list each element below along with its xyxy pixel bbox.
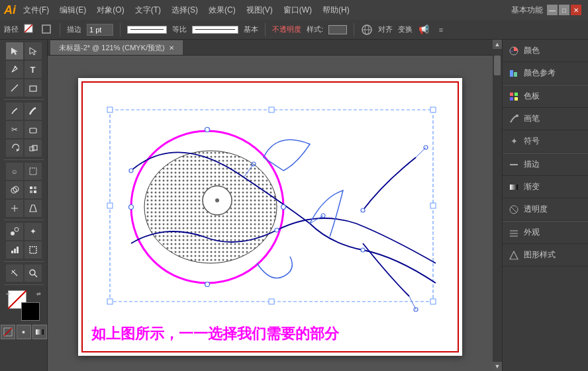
panel-gradient[interactable]: 渐变 [503, 176, 588, 198]
free-transform-btn[interactable] [24, 163, 42, 180]
svg-rect-47 [430, 299, 436, 304]
shape-tool-btn[interactable] [24, 79, 42, 97]
panel-color[interactable]: 颜色 [503, 40, 588, 62]
panel-symbols[interactable]: ✦ 符号 [503, 130, 588, 153]
svg-rect-72 [510, 93, 513, 96]
svg-rect-46 [269, 299, 274, 304]
mesh-tool-btn[interactable] [6, 200, 23, 217]
svg-rect-41 [269, 107, 274, 112]
eraser-tool-btn[interactable] [24, 121, 42, 138]
right-panel: 颜色 颜色参考 色板 画笔 ✦ 符号 [502, 40, 588, 371]
svg-line-31 [12, 270, 17, 276]
reset-colors-icon[interactable]: ↩ [6, 291, 11, 297]
menu-file[interactable]: 文件(F) [19, 3, 54, 17]
scroll-track[interactable] [493, 49, 502, 362]
svg-rect-73 [514, 93, 518, 96]
svg-point-67 [205, 282, 210, 286]
tab-close-btn[interactable]: ✕ [169, 44, 174, 52]
gradient-panel-label: 渐变 [524, 181, 540, 192]
zoom-tool-btn[interactable] [24, 265, 42, 282]
brush-tool-btn[interactable] [24, 103, 42, 120]
stroke-box-icon[interactable] [41, 24, 53, 36]
symbol-tool-btn[interactable]: ✦ [24, 223, 42, 240]
menu-effect[interactable]: 效果(C) [204, 3, 240, 17]
document-canvas[interactable]: 如上图所示，一一选择我们需要的部分 [48, 56, 493, 371]
options-menu-icon[interactable]: ≡ [435, 24, 447, 36]
live-paint-btn[interactable] [24, 181, 42, 198]
puppet-warp-btn[interactable]: ☺ [6, 163, 23, 180]
panel-color-guide[interactable]: 颜色参考 [503, 62, 588, 85]
none-fill-icon[interactable] [1, 325, 15, 339]
menu-help[interactable]: 帮助(H) [318, 3, 354, 17]
menu-window[interactable]: 窗口(W) [279, 3, 317, 17]
stroke-color-swatch[interactable] [24, 24, 36, 36]
svg-rect-21 [34, 190, 36, 193]
stroke-panel-label: 描边 [524, 159, 540, 170]
titlebar: Ai 文件(F) 编辑(E) 对象(O) 文字(T) 选择(S) 效果(C) 视… [0, 0, 588, 20]
selection-tool-btn[interactable] [6, 42, 23, 60]
swap-colors-icon[interactable]: ⇄ [36, 291, 41, 297]
panel-graphic-styles[interactable]: 图形样式 [503, 244, 588, 267]
scroll-down-arrow[interactable]: ▼ [493, 362, 502, 371]
maximize-button[interactable]: □ [559, 5, 569, 15]
globe-icon[interactable] [361, 24, 373, 36]
perspective-tool-btn[interactable] [24, 200, 42, 217]
pen-tool-btn[interactable] [6, 61, 23, 78]
shape-builder-btn[interactable] [6, 181, 23, 198]
rotate-tool-btn[interactable] [6, 140, 23, 157]
pencil-tool-btn[interactable] [6, 103, 23, 120]
menu-select[interactable]: 选择(S) [167, 3, 203, 17]
direct-selection-btn[interactable] [24, 42, 42, 60]
background-color[interactable] [21, 302, 40, 321]
panel-swatches[interactable]: 色板 [503, 85, 588, 108]
tab-bar: 未标题-2* @ 121% (CMYK/预览) ✕ [48, 40, 493, 56]
stroke-size-input[interactable] [87, 24, 113, 36]
svg-rect-40 [107, 107, 113, 112]
svg-line-37 [4, 328, 12, 336]
close-button[interactable]: ✕ [571, 5, 581, 15]
svg-rect-45 [107, 299, 113, 304]
svg-rect-19 [34, 186, 36, 189]
svg-rect-2 [42, 25, 50, 33]
menu-object[interactable]: 对象(O) [92, 3, 128, 17]
graph-tool-btn[interactable] [6, 241, 23, 259]
panel-transparency[interactable]: 透明度 [503, 198, 588, 221]
type-tool-btn[interactable]: T [24, 61, 42, 78]
graphic-styles-icon [508, 249, 520, 261]
opacity-label[interactable]: 不透明度 [272, 24, 301, 34]
ratio-preview [192, 26, 238, 34]
panel-appearance[interactable]: 外观 [503, 222, 588, 244]
scroll-up-arrow[interactable]: ▲ [493, 40, 502, 49]
svg-rect-78 [510, 185, 518, 190]
transparency-panel-label: 透明度 [524, 204, 548, 215]
slice-tool-btn[interactable] [6, 265, 23, 282]
speaker-icon[interactable]: 📢 [418, 24, 430, 36]
scroll-thumb[interactable] [494, 56, 501, 75]
blend-tool-btn[interactable] [6, 223, 23, 240]
svg-rect-14 [32, 145, 37, 150]
document-tab[interactable]: 未标题-2* @ 121% (CMYK/预览) ✕ [50, 40, 183, 55]
svg-point-68 [281, 204, 286, 209]
menu-bar: 文件(F) 编辑(E) 对象(O) 文字(T) 选择(S) 效果(C) 视图(V… [19, 3, 354, 17]
svg-rect-15 [30, 168, 36, 175]
style-swatch[interactable] [328, 25, 347, 34]
scissors-tool-btn[interactable]: ✂ [6, 121, 23, 138]
color-mode-icon[interactable]: ● [17, 325, 31, 339]
artboard-tool-btn[interactable] [24, 241, 42, 259]
svg-point-61 [129, 169, 133, 173]
panel-stroke[interactable]: 描边 [503, 153, 588, 176]
svg-rect-75 [514, 97, 518, 101]
svg-point-33 [30, 270, 35, 275]
vertical-scrollbar[interactable]: ▲ ▼ [493, 40, 502, 371]
panel-brushes[interactable]: 画笔 [503, 108, 588, 130]
gradient-mode-icon[interactable] [32, 325, 47, 339]
menu-edit[interactable]: 编辑(E) [55, 3, 91, 17]
menu-type[interactable]: 文字(T) [130, 3, 166, 17]
menu-view[interactable]: 视图(V) [242, 3, 277, 17]
svg-marker-6 [11, 48, 18, 55]
line-tool-btn[interactable] [6, 79, 23, 97]
graphic-styles-label: 图形样式 [524, 249, 556, 261]
minimize-button[interactable]: — [547, 5, 558, 15]
svg-rect-74 [510, 97, 513, 101]
scale-tool-btn[interactable] [24, 140, 42, 157]
